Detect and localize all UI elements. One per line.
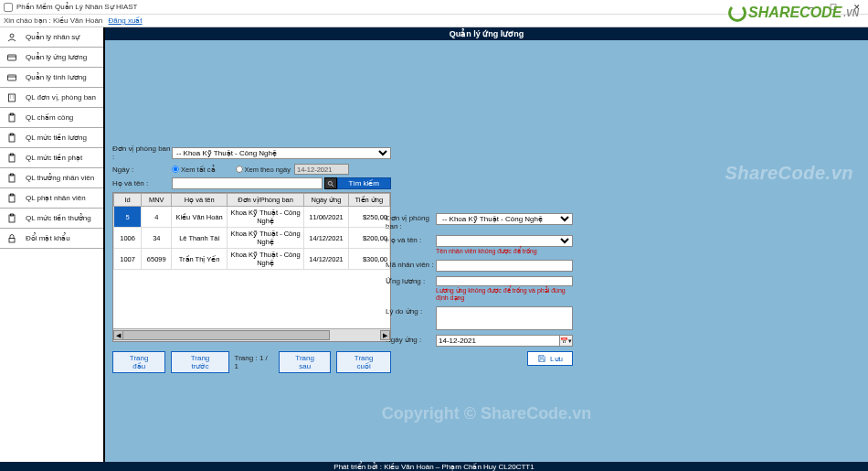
col-name: Họ và tên: [172, 194, 227, 207]
form-advance-input[interactable]: [436, 276, 573, 286]
col-mnv: MNV: [142, 194, 172, 207]
form-advance-error: Lương ứng không được để trống và phải đú…: [436, 287, 573, 302]
clipboard-icon: [5, 192, 18, 205]
clipboard-icon: [5, 112, 18, 124]
save-button[interactable]: Lưu: [527, 351, 573, 366]
building-icon: [5, 91, 18, 104]
page-label: Trang : 1 / 1: [235, 354, 273, 370]
day-filter-label: Ngày :: [112, 166, 172, 174]
page-title: Quản lý ứng lương: [105, 27, 868, 40]
sidebar-item-ung-luong[interactable]: Quản lý ứng lương: [0, 48, 103, 68]
sidebar-item-label: Quản lý ứng lương: [26, 53, 87, 61]
table-row[interactable]: 54Kiều Văn HoànKhoa Kỹ Thuật - Công Nghệ…: [114, 207, 390, 228]
date-filter-input[interactable]: [294, 164, 349, 175]
form-dept-label: Đơn vị phòng ban :: [386, 213, 436, 230]
radio-view-all[interactable]: Xem tất cả: [172, 166, 216, 174]
dept-filter-label: Đơn vị phòng ban :: [112, 145, 172, 161]
svg-rect-3: [8, 75, 16, 80]
sidebar-item-label: QL mức tiền thưởng: [26, 214, 91, 222]
logout-link[interactable]: Đăng xuất: [109, 16, 143, 25]
page-next-button[interactable]: Trang sau: [279, 351, 331, 373]
data-grid[interactable]: Id MNV Họ và tên Đơn vị/Phòng ban Ngày ứ…: [112, 192, 391, 342]
form-date-input[interactable]: [436, 335, 560, 347]
svg-line-24: [332, 185, 333, 187]
sidebar-item-don-vi[interactable]: QL đơn vị, phòng ban: [0, 88, 103, 108]
search-button-label: Tìm kiếm: [349, 179, 379, 187]
form-name-error: Tên nhân viên không được để trống: [436, 248, 573, 255]
sidebar-item-thuong-nv[interactable]: QL thưởng nhân viên: [0, 168, 103, 188]
save-button-label: Lưu: [550, 355, 563, 363]
clipboard-icon: [5, 212, 18, 225]
watermark-sharecode: ShareCode.vn: [725, 163, 853, 184]
sharecode-logo: SHARECODE.VN: [728, 4, 859, 22]
sidebar-item-muc-thuong[interactable]: QL mức tiền thưởng: [0, 209, 103, 229]
name-filter-input[interactable]: [172, 177, 323, 189]
calendar-icon[interactable]: 📅▾: [560, 335, 573, 347]
name-filter-label: Họ và tên :: [112, 179, 172, 187]
horizontal-scrollbar[interactable]: ◀ ▶: [113, 328, 390, 341]
sidebar-item-label: QL mức tiền lương: [26, 134, 87, 142]
card-icon: [5, 71, 18, 84]
sidebar-item-label: QL mức tiền phạt: [26, 154, 82, 162]
form-reason-input[interactable]: [436, 306, 573, 330]
table-row[interactable]: 100765099Trần Thị YếnKhoa Kỹ Thuật - Côn…: [114, 249, 390, 270]
sidebar-item-nhan-su[interactable]: Quản lý nhân sự: [0, 27, 103, 48]
sidebar-item-label: QL chấm công: [26, 113, 73, 122]
radio-label: Xem theo ngày: [245, 166, 291, 174]
sidebar-item-label: Quản lý tính lương: [26, 73, 87, 81]
main-panel: Quản lý ứng lương Đơn vị phòng ban : -- …: [105, 27, 868, 462]
page-last-button[interactable]: Trang cuối: [336, 351, 391, 373]
form-dept-select[interactable]: -- Khoa Kỹ Thuật - Công Nghệ: [436, 213, 573, 225]
form-panel: Đơn vị phòng ban :-- Khoa Kỹ Thuật - Côn…: [386, 145, 573, 373]
form-empid-label: Mã nhân viên :: [386, 260, 436, 269]
form-name-select[interactable]: [436, 235, 573, 247]
form-empid-input[interactable]: [436, 260, 573, 272]
scroll-thumb[interactable]: [122, 330, 330, 340]
sidebar-item-phat-nv[interactable]: QL phạt nhân viên: [0, 188, 103, 209]
watermark-copyright: Copyright © ShareCode.vn: [105, 404, 868, 423]
sidebar-item-label: QL thưởng nhân viên: [26, 174, 94, 182]
form-date-label: Ngày ứng :: [386, 335, 436, 344]
svg-point-0: [10, 34, 14, 37]
username: Kiều Văn Hoàn: [53, 16, 102, 25]
col-amount: Tiền ứng: [348, 194, 389, 207]
svg-rect-5: [9, 94, 16, 102]
sidebar-item-label: Quản lý nhân sự: [26, 33, 79, 41]
lock-icon: [5, 232, 18, 245]
greeting-label: Xin chào bạn :: [4, 16, 51, 25]
search-icon-button[interactable]: [324, 177, 337, 189]
sidebar-item-doi-mk[interactable]: Đổi mật khẩu: [0, 229, 103, 249]
form-reason-label: Lý do ứng :: [386, 306, 436, 316]
svg-rect-22: [9, 238, 15, 242]
page-prev-button[interactable]: Trang trước: [171, 351, 228, 373]
sidebar-item-tinh-luong[interactable]: Quản lý tính lương: [0, 68, 103, 88]
sidebar: Quản lý nhân sự Quản lý ứng lương Quản l…: [0, 27, 105, 462]
footer: Phát triển bởi : Kiều Văn Hoàn – Phạm Ch…: [0, 462, 868, 471]
form-advance-label: Ứng lương :: [386, 276, 436, 285]
svg-rect-1: [8, 55, 16, 60]
clipboard-icon: [5, 152, 18, 165]
page-first-button[interactable]: Trang đầu: [112, 351, 165, 373]
clipboard-icon: [5, 132, 18, 145]
clipboard-icon: [5, 172, 18, 185]
table-row[interactable]: 100634Lê Thanh TàiKhoa Kỹ Thuật - Công N…: [114, 228, 390, 249]
logo-ring-icon: [728, 4, 746, 22]
list-panel: Đơn vị phòng ban : -- Khoa Kỹ Thuật - Cô…: [112, 145, 391, 373]
dept-filter-select[interactable]: -- Khoa Kỹ Thuật - Công Nghệ: [172, 147, 391, 159]
save-icon: [537, 354, 546, 363]
sidebar-item-muc-phat[interactable]: QL mức tiền phạt: [0, 148, 103, 168]
sidebar-item-label: Đổi mật khẩu: [26, 234, 70, 242]
radio-view-byday[interactable]: Xem theo ngày: [236, 166, 291, 174]
card-icon: [5, 51, 18, 64]
sidebar-item-cham-cong[interactable]: QL chấm công: [0, 108, 103, 128]
sidebar-item-muc-luong[interactable]: QL mức tiền lương: [0, 128, 103, 148]
form-name-label: Họ và tên :: [386, 235, 436, 244]
scroll-right-arrow[interactable]: ▶: [380, 330, 390, 340]
window-title: Phần Mềm Quản Lý Nhân Sự HIAST: [16, 3, 138, 11]
col-dept: Đơn vị/Phòng ban: [227, 194, 304, 207]
person-icon: [5, 31, 18, 44]
sidebar-item-label: QL phạt nhân viên: [26, 194, 86, 202]
radio-label: Xem tất cả: [181, 166, 216, 174]
col-date: Ngày ứng: [304, 194, 348, 207]
search-button[interactable]: Tìm kiếm: [337, 177, 391, 189]
